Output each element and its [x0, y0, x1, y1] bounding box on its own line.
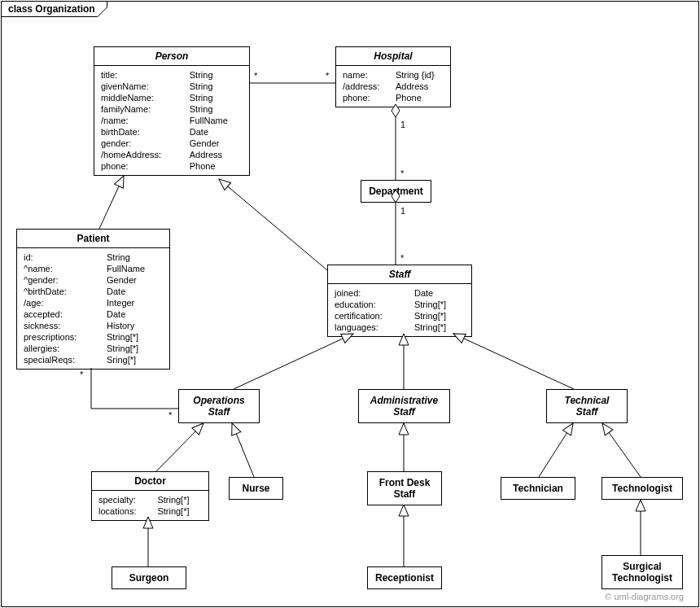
class-title: Staff: [328, 265, 471, 284]
class-title: Person: [94, 47, 249, 66]
frame-title: class Organization: [1, 1, 107, 17]
attribute-table: name:String {id} /address:Address phone:…: [341, 69, 445, 103]
class-staff: Staff joined:Date education:String[*] ce…: [327, 265, 472, 337]
mult-label: *: [326, 71, 330, 81]
class-title: Patient: [17, 230, 169, 248]
class-frontdesk-staff: Front Desk Staff: [367, 471, 442, 505]
attribute-table: joined:Date education:String[*] certific…: [333, 287, 466, 333]
class-doctor: Doctor specialty:String[*] locations:Str…: [91, 471, 209, 521]
class-technical-staff: Technical Staff: [546, 389, 628, 423]
mult-label: *: [168, 410, 173, 420]
class-hospital: Hospital name:String {id} /address:Addre…: [335, 46, 451, 107]
svg-line-5: [234, 334, 353, 389]
mult-label: *: [400, 253, 405, 263]
class-receptionist: Receptionist: [367, 566, 442, 589]
svg-line-11: [539, 423, 573, 477]
class-nurse: Nurse: [229, 477, 283, 500]
mult-label: 1: [400, 206, 405, 216]
mult-label: 1: [400, 120, 405, 129]
class-surgical-technologist: Surgical Technologist: [602, 555, 683, 589]
class-technician: Technician: [501, 477, 575, 500]
mult-label: *: [80, 370, 84, 379]
svg-line-4: [219, 179, 327, 270]
frame-title-text: class Organization: [8, 3, 95, 15]
attribute-table: specialty:String[*] locations:String[*]: [97, 494, 203, 517]
mult-label: *: [400, 168, 405, 178]
class-operations-staff: Operations Staff: [178, 389, 260, 423]
class-person: Person title:String givenName:String mid…: [94, 46, 250, 176]
class-department: Department: [361, 180, 431, 203]
class-title: Doctor: [92, 472, 208, 491]
class-administrative-staff: Administrative Staff: [358, 389, 450, 423]
svg-line-8: [156, 423, 203, 471]
class-surgeon: Surgeon: [112, 566, 186, 589]
class-technologist: Technologist: [602, 477, 683, 500]
svg-line-9: [232, 423, 254, 477]
svg-line-7: [453, 334, 574, 389]
class-patient: Patient id:String ^name:FullName ^gender…: [16, 229, 170, 370]
class-title: Hospital: [336, 47, 450, 66]
attribute-table: id:String ^name:FullName ^gender:Gender …: [22, 252, 164, 365]
watermark: © uml-diagrams.org: [605, 592, 684, 601]
uml-frame: class Organization Person title:String g…: [1, 1, 699, 607]
svg-line-12: [602, 423, 641, 477]
svg-line-3: [99, 176, 124, 229]
attribute-table: title:String givenName:String middleName…: [99, 69, 244, 172]
mult-label: *: [254, 71, 258, 81]
